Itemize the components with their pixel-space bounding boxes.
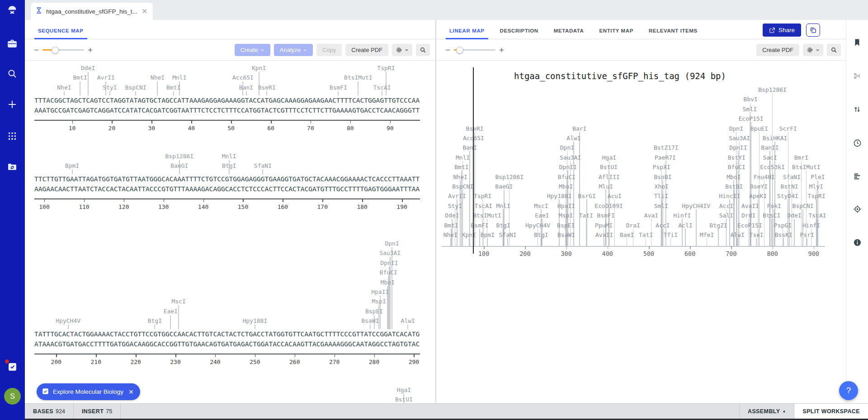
enzyme-label-hgai[interactable]: HgaI (602, 154, 616, 161)
enzyme-label-btsimuti[interactable]: BtsIMutI (473, 212, 501, 219)
enzyme-label-bseyi[interactable]: BseYI (750, 183, 768, 190)
pill-close-icon[interactable]: ✕ (127, 388, 134, 396)
enzyme-label-plei[interactable]: PleI (811, 174, 825, 180)
enzyme-label-mnli[interactable]: MnlI (172, 74, 186, 81)
enzyme-label-mboi[interactable]: MboI (726, 174, 741, 180)
zoom-out-button[interactable]: − (445, 46, 450, 54)
help-button[interactable]: ? (839, 381, 858, 400)
tasks-check-icon[interactable] (6, 361, 18, 373)
enzyme-label-sali[interactable]: SalI (719, 212, 733, 219)
enzyme-label-acli[interactable]: AclI (679, 222, 693, 229)
enzyme-label-bpmi[interactable]: BpmI (481, 231, 495, 238)
enzyme-label-tscai[interactable]: TscAI (808, 212, 826, 219)
enzyme-label-bari[interactable]: BarI (572, 125, 586, 132)
enzyme-label-avrii[interactable]: AvrII (97, 74, 115, 81)
find-in-map-button[interactable] (827, 44, 841, 56)
zoom-in-button[interactable]: + (88, 46, 93, 54)
scissors-icon[interactable] (853, 72, 862, 82)
create-pdf-button[interactable]: Create PDF (345, 44, 388, 56)
enzyme-label-nhei[interactable]: NheI (151, 74, 165, 81)
tab-entity-map[interactable]: ENTITY MAP (599, 28, 634, 39)
enzyme-label-hpaii[interactable]: HpaII (371, 288, 389, 295)
enzyme-label-bsp1286i[interactable]: Bsp1286I (495, 174, 524, 180)
enzyme-label-tscai[interactable]: TscAI (373, 84, 391, 91)
enzyme-label-eaei[interactable]: EaeI (535, 212, 549, 219)
enzyme-label-ecoo109i[interactable]: EcoO109I (594, 203, 623, 209)
enzyme-label-bmti[interactable]: BmtI (444, 222, 458, 229)
enzyme-label-bstni[interactable]: BstNI (780, 183, 798, 190)
enzyme-label-avaii[interactable]: AvaII (741, 203, 759, 209)
enzyme-label-nhei[interactable]: NheI (453, 174, 467, 180)
explore-molecular-biology-pill[interactable]: Explore Molecular Biology ✕ (37, 383, 140, 400)
projects-briefcase-icon[interactable] (6, 38, 18, 49)
enzyme-label-tati[interactable]: TatI (579, 212, 593, 219)
enzyme-label-tlii[interactable]: TliI (654, 193, 668, 199)
enzyme-label-ecop15i[interactable]: EcoP15I (739, 115, 764, 122)
enzyme-label-btgi[interactable]: BtgI (148, 317, 162, 324)
enzyme-label-mboi[interactable]: MboI (559, 183, 573, 190)
enzyme-label-ddei[interactable]: DdeI (81, 65, 95, 71)
enzyme-label-hpy188i[interactable]: Hpy188I (547, 193, 572, 199)
enzyme-label-hpych4v[interactable]: HpyCH4V (56, 317, 80, 324)
enzyme-label-bspcni[interactable]: BspCNI (452, 183, 473, 190)
sequence-strand-bottom[interactable]: AAGAACAACTTAATCTACCACTACAATTACCCGTGTTTAA… (34, 185, 420, 193)
enzyme-label-smli[interactable]: SmlI (743, 106, 757, 113)
enzyme-label-dpnii[interactable]: DpnII (380, 260, 398, 266)
enzyme-label-ppumi[interactable]: PpuMI (595, 222, 613, 229)
enzyme-label-mfei[interactable]: MfeI (700, 231, 714, 238)
enzyme-label-bfuci[interactable]: BfuCI (380, 269, 397, 276)
annotation-bars-icon[interactable] (853, 172, 861, 182)
enzyme-label-acci[interactable]: AccI (719, 203, 733, 209)
enzyme-label-eaei[interactable]: EaeI (164, 308, 178, 315)
search-icon[interactable] (6, 68, 18, 80)
analyze-button[interactable]: Analyze (274, 44, 313, 56)
linear-map-canvas[interactable]: htgaa_constitutive_sfGFP_his_tag (924 bp… (436, 60, 846, 405)
enzyme-label-mlyi[interactable]: MlyI (809, 183, 823, 190)
enzyme-label-btgzi[interactable]: BtgZI (710, 222, 727, 229)
enzyme-label-tsei[interactable]: TseI (749, 231, 763, 238)
enzyme-label-bsmfi[interactable]: BsmFI (330, 84, 347, 91)
copy-button[interactable]: Copy (316, 44, 342, 56)
enzyme-label-bstui[interactable]: BstUI (600, 164, 618, 170)
enzyme-label-eco53ki[interactable]: Eco53kI (760, 164, 785, 170)
enzyme-label-avai[interactable]: AvaI (644, 212, 658, 219)
enzyme-label-bfuci[interactable]: BfuCI (728, 164, 745, 170)
enzyme-label-sfani[interactable]: SfaNI (783, 174, 801, 180)
zoom-slider[interactable] (42, 47, 84, 53)
enzyme-label-apeki[interactable]: ApeKI (749, 193, 767, 199)
enzyme-label-styd4i[interactable]: StyD4I (777, 193, 798, 199)
enzyme-label-tati[interactable]: TatI (639, 231, 653, 238)
create-pdf-button[interactable]: Create PDF (756, 44, 799, 56)
enzyme-label-tfii[interactable]: TfiI (664, 231, 678, 238)
enzyme-label-bpmi[interactable]: BpmI (65, 162, 79, 169)
sequence-strand-top[interactable]: TTTACGGCTAGCTCAGTCCTAGGTATAGTGCTAGCCATTA… (34, 96, 420, 104)
sequence-strand-bottom[interactable]: AAATGCCGATCGAGTCAGGATCCATATCACGATCGGTAAT… (34, 106, 420, 114)
cursor-line[interactable] (473, 67, 474, 254)
enzyme-label-baegi[interactable]: BaeGI (495, 183, 513, 190)
enzyme-label-acc65i[interactable]: Acc65I (232, 74, 254, 81)
enzyme-label-bsawi[interactable]: BsaWI (557, 231, 575, 238)
enzyme-label-acci[interactable]: AccI (656, 222, 670, 229)
enzyme-label-baei[interactable]: BaeI (620, 231, 634, 238)
enzyme-label-tspri[interactable]: TspRI (474, 193, 491, 199)
enzyme-label-bstyi[interactable]: BstYI (728, 154, 745, 161)
enzyme-label-mnli[interactable]: MnlI (456, 154, 470, 161)
enzyme-label-kpni[interactable]: KpnI (252, 65, 266, 71)
enzyme-label-bmti[interactable]: BmtI (73, 74, 87, 81)
sequence-strand-bottom[interactable]: ATAAACGTGATGACCTTTTGATGGACAAGGCACCGGTTGT… (34, 340, 420, 348)
enzyme-label-nhei[interactable]: NheI (443, 231, 458, 238)
enzyme-label-bfuci[interactable]: BfuCI (558, 174, 576, 180)
enzyme-label-fnu4hi[interactable]: Fnu4HI (754, 174, 775, 180)
enzyme-label-dpni[interactable]: DpnI (385, 240, 399, 247)
tab-description[interactable]: DESCRIPTION (499, 28, 539, 39)
enzyme-label-btgi[interactable]: BtgI (534, 231, 548, 238)
enzyme-label-mspi[interactable]: MspI (559, 212, 573, 219)
enzyme-label-bani[interactable]: BanI (239, 84, 253, 91)
enzyme-label-ecop15i[interactable]: EcoP15I (737, 222, 762, 229)
enzyme-label-ddei[interactable]: DdeI (445, 212, 459, 219)
share-button[interactable]: Share (763, 24, 801, 37)
enzyme-label-pspxi[interactable]: PspXI (653, 164, 670, 170)
enzyme-label-bstui[interactable]: BstUI (395, 396, 413, 403)
enzyme-label-alwi[interactable]: AlwI (566, 135, 580, 142)
enzyme-label-scrfi[interactable]: ScrFI (779, 125, 797, 132)
